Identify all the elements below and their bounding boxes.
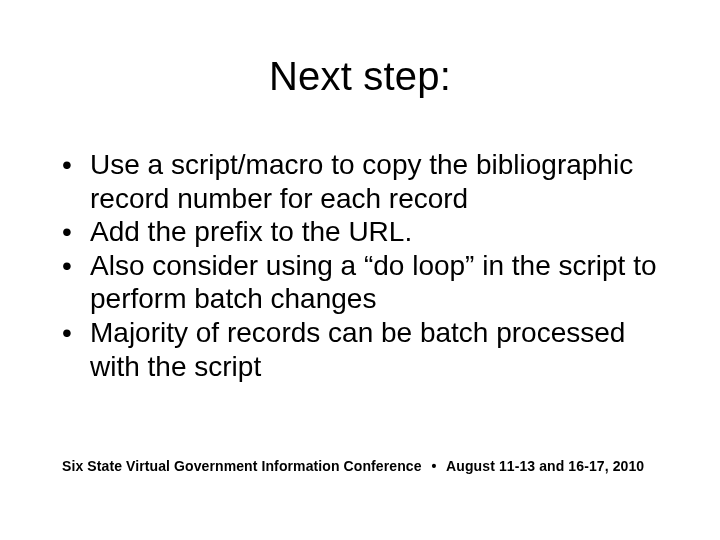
list-item: Add the prefix to the URL.: [62, 215, 670, 249]
footer-right: August 11-13 and 16-17, 2010: [446, 458, 644, 474]
list-item: Use a script/macro to copy the bibliogra…: [62, 148, 670, 215]
footer-left: Six State Virtual Government Information…: [62, 458, 422, 474]
slide-footer: Six State Virtual Government Information…: [62, 458, 670, 474]
slide-title: Next step:: [0, 54, 720, 99]
footer-separator: •: [432, 458, 437, 474]
list-item: Majority of records can be batch process…: [62, 316, 670, 383]
slide-body: Use a script/macro to copy the bibliogra…: [62, 148, 670, 383]
list-item: Also consider using a “do loop” in the s…: [62, 249, 670, 316]
slide: Next step: Use a script/macro to copy th…: [0, 0, 720, 540]
bullet-list: Use a script/macro to copy the bibliogra…: [62, 148, 670, 383]
